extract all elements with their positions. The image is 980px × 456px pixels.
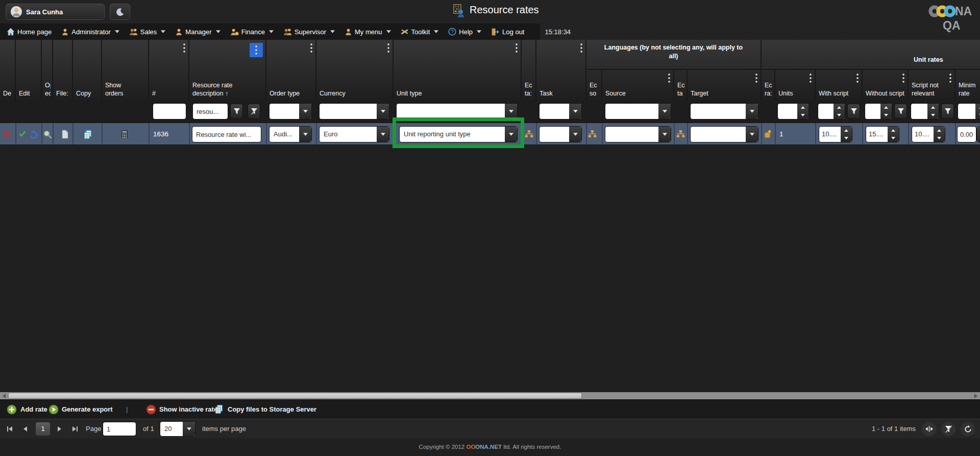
scroll-left-icon[interactable] — [2, 394, 6, 398]
menu-item-toolkit[interactable]: Toolkit — [401, 28, 439, 36]
row-task-dropdown[interactable] — [540, 127, 581, 142]
filter-minimum-rate-spinner[interactable] — [958, 104, 980, 119]
last-page-button[interactable] — [69, 424, 81, 434]
next-page-button[interactable] — [54, 424, 65, 434]
clear-filters-button[interactable] — [941, 422, 955, 436]
filter-order-type-dropdown[interactable] — [270, 104, 311, 119]
filter-units-spinner[interactable] — [778, 104, 808, 119]
spin-down-icon[interactable] — [888, 134, 899, 142]
column-menu-icon[interactable] — [902, 74, 904, 83]
scroll-right-icon[interactable] — [974, 394, 978, 398]
column-header-with-script[interactable]: With script — [816, 70, 863, 100]
spin-down-icon[interactable] — [797, 111, 808, 119]
row-script-not-relevant-spinner[interactable]: 10.... — [912, 127, 945, 142]
menu-item-my-menu[interactable]: My menu — [345, 28, 390, 36]
deactivate-icon[interactable] — [3, 130, 11, 138]
menu-item-home-page[interactable]: Home page — [7, 28, 52, 36]
cancel-undo-icon[interactable] — [30, 130, 38, 138]
column-header-show-orders[interactable]: Show orders — [102, 40, 149, 100]
column-menu-icon[interactable] — [580, 43, 582, 53]
column-header-description[interactable]: Resource rate description ↑ — [189, 40, 266, 100]
column-header-target[interactable]: Target — [688, 70, 762, 100]
view-zoom-icon[interactable] — [43, 130, 52, 139]
previous-page-button[interactable] — [19, 424, 31, 434]
menu-item-sales[interactable]: Sales — [129, 28, 166, 36]
filter-script-not-relevant-spinner[interactable] — [911, 104, 939, 119]
column-menu-icon[interactable] — [810, 74, 812, 83]
chevron-down-icon[interactable] — [299, 127, 311, 142]
row-description-input[interactable] — [192, 127, 261, 142]
column-menu-icon[interactable] — [949, 74, 951, 83]
show-orders-calculator-icon[interactable] — [120, 130, 129, 139]
spin-up-icon[interactable] — [841, 127, 852, 134]
column-header-edit[interactable]: Edit — [16, 40, 42, 100]
column-header-ec-so[interactable]: Ec so — [586, 70, 602, 100]
spin-up-icon[interactable] — [977, 127, 980, 134]
column-header-script-not-relevant[interactable]: Script not relevant — [909, 70, 955, 100]
filter-unit-type-dropdown[interactable] — [397, 104, 517, 119]
chevron-down-icon[interactable] — [569, 127, 581, 142]
column-header-without-script[interactable]: Without script — [863, 70, 909, 100]
filter-with-script-funnel-button[interactable] — [847, 104, 860, 119]
spin-down-icon[interactable] — [934, 134, 945, 142]
row-with-script-spinner[interactable]: 10.... — [819, 127, 852, 142]
column-header-units[interactable]: Units — [775, 70, 816, 100]
inactive-minus-icon[interactable] — [146, 404, 156, 415]
chevron-down-icon[interactable] — [505, 127, 517, 142]
chevron-down-icon[interactable] — [183, 422, 195, 436]
column-menu-icon[interactable] — [856, 74, 859, 83]
column-header-ec-ta-2[interactable]: Ec ta — [674, 70, 688, 100]
row-without-script-spinner[interactable]: 15.... — [866, 127, 899, 142]
spin-up-icon[interactable] — [834, 104, 845, 111]
spin-up-icon[interactable] — [934, 127, 945, 134]
spin-up-icon[interactable] — [975, 104, 980, 111]
spin-down-icon[interactable] — [977, 134, 980, 142]
chevron-down-icon[interactable] — [658, 104, 671, 119]
filter-id-input[interactable] — [153, 104, 186, 119]
economy-task-sitemap-icon[interactable] — [525, 130, 533, 138]
chevron-down-icon[interactable] — [746, 127, 758, 142]
chevron-down-icon[interactable] — [377, 127, 389, 142]
chevron-down-icon[interactable] — [299, 104, 311, 119]
menu-item-help[interactable]: Help — [448, 28, 481, 36]
column-menu-icon[interactable] — [310, 43, 312, 53]
column-header-copy[interactable]: Copy — [73, 40, 102, 100]
filter-without-script-spinner[interactable] — [865, 104, 892, 119]
copy-files-icon[interactable] — [214, 404, 224, 414]
chevron-down-icon[interactable] — [569, 104, 581, 119]
spin-down-icon[interactable] — [834, 111, 845, 119]
column-menu-icon[interactable] — [755, 74, 757, 83]
dark-mode-toggle[interactable] — [110, 4, 130, 20]
spin-down-icon[interactable] — [927, 111, 939, 119]
column-header-ec-ta[interactable]: Ec ta: — [522, 40, 536, 100]
row-currency-dropdown[interactable]: Euro — [320, 127, 389, 142]
column-header-id[interactable]: # — [149, 40, 189, 100]
generate-export-button[interactable]: Generate export — [62, 400, 113, 419]
row-minimum-rate-spinner[interactable] — [977, 127, 980, 142]
column-header-unit-type[interactable]: Unit type — [394, 40, 522, 100]
spin-down-icon[interactable] — [880, 111, 892, 119]
menu-item-manager[interactable]: Manager — [175, 28, 220, 36]
spin-up-icon[interactable] — [797, 104, 808, 111]
filter-apply-button[interactable] — [230, 104, 243, 119]
menu-item-log-out[interactable]: Log out — [491, 28, 524, 36]
add-rate-button[interactable]: Add rate — [20, 400, 47, 419]
column-header-currency[interactable]: Currency — [316, 40, 394, 100]
spin-down-icon[interactable] — [975, 111, 980, 119]
economy-target-sitemap-icon[interactable] — [676, 130, 685, 138]
spin-up-icon[interactable] — [888, 127, 899, 134]
files-icon[interactable] — [61, 130, 69, 139]
copy-files-button[interactable]: Copy files to Storage Server — [228, 400, 316, 419]
column-header-minimum-rate[interactable]: Minim rate — [955, 70, 980, 100]
column-header-order-type[interactable]: Order type — [266, 40, 316, 100]
menu-item-finance[interactable]: Finance — [230, 28, 274, 36]
scrollbar-thumb[interactable] — [8, 393, 582, 399]
economy-source-sitemap-icon[interactable] — [588, 130, 597, 138]
row-minimum-rate-input[interactable] — [958, 127, 976, 142]
filter-description-input[interactable] — [193, 104, 228, 119]
menu-item-administrator[interactable]: Administrator — [61, 28, 119, 36]
first-page-button[interactable] — [4, 424, 15, 434]
row-source-dropdown[interactable] — [605, 127, 671, 142]
page-number-input[interactable] — [103, 422, 136, 436]
chevron-down-icon[interactable] — [377, 104, 389, 119]
